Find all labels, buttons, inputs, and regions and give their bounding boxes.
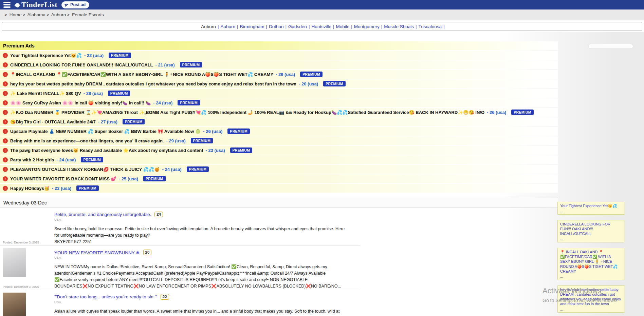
listing-left-column: Posted: December 3, 2025	[3, 210, 54, 245]
listing-title-link[interactable]: YOUR NEW FAVORITE SNOWBUNNY ❄	[54, 250, 140, 255]
sidebar-ad-box[interactable]: CINDERELLA LOOKING FOR FUN!!! OAKLAND!!!…	[557, 220, 624, 242]
premium-ad-meta: - 29 (usa)	[276, 72, 295, 77]
premium-ad-title[interactable]: Upscale Playmate 👗 NEW NUMBER 💦 Super So…	[10, 129, 201, 134]
up-arrow-icon: ↑	[3, 167, 8, 172]
city-item: Auburn |	[199, 24, 219, 29]
sidebar-ad-title: CINDERELLA LOOKING FOR FUN!!! OAKLAND!!!…	[560, 222, 622, 236]
listing-description: NEW IN TOWNMy name is Dallas !Seductive,…	[54, 264, 346, 289]
premium-ad-row[interactable]: ↑ 😘Big Tits Girl - OUTCALL Available 24/…	[0, 117, 558, 126]
site-logo[interactable]: TinderList	[15, 0, 57, 9]
sidebar-ad-box[interactable]: hey its your best wettes petite baby DRE…	[557, 285, 624, 313]
up-arrow-icon: ↑	[3, 148, 8, 153]
premium-ad-row[interactable]: ↑ CINDERELLA LOOKING FOR FUN!!! OAKLAND!…	[0, 60, 558, 69]
up-arrow-icon: ↑	[3, 110, 8, 115]
premium-ad-meta: - 22 (usa)	[84, 53, 104, 58]
premium-badge: PREMIUM	[191, 138, 213, 143]
city-link[interactable]: Birmingham	[240, 24, 264, 29]
premium-ad-row[interactable]: ↑ Your Tightest Experience Yet😼💦 - 22 (u…	[0, 51, 558, 60]
premium-ad-title[interactable]: 📍INCALL OAKLAND 📍✅FACETIME/CAR✅WITH A SE…	[10, 72, 273, 77]
age-badge: 20	[143, 250, 152, 255]
premium-ad-row[interactable]: ↑ 📍INCALL OAKLAND 📍✅FACETIME/CAR✅WITH A …	[0, 70, 558, 79]
premium-ad-title[interactable]: PLEASANTON OUTCALLS !! SEXY KOREAN💋 THIC…	[10, 167, 160, 172]
premium-ad-row[interactable]: ↑ Upscale Playmate 👗 NEW NUMBER 💦 Super …	[0, 127, 558, 136]
premium-badge: PREMIUM	[108, 91, 130, 96]
premium-ad-row[interactable]: ↑ 🌸🌸 Sexy CuRvy Asian 🌸🌸 in call 🍑 visit…	[0, 98, 558, 107]
city-link[interactable]: Montgomery	[354, 24, 380, 29]
premium-ad-row[interactable]: ↑ The pawg that everyone loves😼 Ready an…	[0, 146, 558, 155]
up-arrow-icon: ↑	[3, 100, 8, 105]
city-link[interactable]: Mobile	[336, 24, 349, 29]
premium-ad-title[interactable]: The pawg that everyone loves😼 Ready and …	[10, 148, 203, 153]
premium-ad-meta: - 23 (usa)	[52, 186, 71, 191]
up-arrow-icon: ↑	[3, 72, 8, 77]
premium-ad-row[interactable]: ↑ ✨ Lake Merritt INCALL✨ $80 QV - 28 (us…	[0, 89, 558, 98]
listing-description: Asian allure with curves that speak loud…	[54, 308, 346, 316]
site-logo-text: TinderList	[21, 0, 57, 9]
city-link[interactable]: Tuscaloosa	[419, 24, 442, 29]
breadcrumb-link[interactable]: Auburn	[51, 12, 66, 17]
sidebar-ad-box[interactable]: Your Tightest Experience Yet😼💦 ...	[557, 202, 624, 215]
premium-ad-row[interactable]: ↑ YOUR WINTER FAVORITE IS BACK DONT MISS…	[0, 174, 558, 183]
breadcrumb-link[interactable]: Female Escorts	[72, 12, 104, 17]
premium-rows: ↑ Your Tightest Experience Yet😼💦 - 22 (u…	[0, 51, 558, 193]
hamburger-menu-icon[interactable]	[3, 1, 11, 8]
premium-ad-row[interactable]: ↑ Happy HOlidays🥳 - 23 (usa) PREMIUM	[0, 184, 558, 193]
up-arrow-icon: ↑	[3, 91, 8, 96]
city-link[interactable]: Auburn	[220, 24, 235, 29]
posted-label: Posted: December 3, 2025	[3, 285, 54, 289]
premium-badge: PREMIUM	[323, 81, 346, 86]
premium-ad-meta: - 24 (usa)	[153, 100, 172, 105]
city-link[interactable]: Dothan	[269, 24, 284, 29]
listing-photo[interactable]	[3, 293, 26, 316]
listing-title-link[interactable]: "'Don't stare too long... unless you're …	[54, 294, 157, 299]
premium-ad-title[interactable]: Being with me is an experience—one that …	[10, 138, 164, 143]
listing-row: Posted: December 3, 2025 Petite, brunett…	[0, 208, 360, 246]
premium-badge: PREMIUM	[76, 185, 99, 191]
city-item: Dothan |	[267, 24, 287, 29]
listing-body: "'Don't stare too long... unless you're …	[54, 293, 360, 316]
breadcrumb-link[interactable]: Alabama	[27, 12, 45, 17]
premium-ad-meta: - 24 (usa)	[162, 167, 181, 172]
listing-title-link[interactable]: Petite, brunette, and dangerously unforg…	[54, 212, 151, 217]
city-item: Gadsden |	[287, 24, 310, 29]
premium-badge: PREMIUM	[81, 157, 103, 162]
age-badge: 24	[154, 212, 163, 217]
premium-ad-title[interactable]: YOUR WINTER FAVORITE IS BACK DONT MISS 💕	[10, 176, 116, 181]
up-arrow-icon: ↑	[3, 138, 8, 143]
sidebar: Your Tightest Experience Yet😼💦 ... CINDE…	[557, 202, 624, 316]
premium-badge: PREMIUM	[300, 72, 323, 77]
up-arrow-icon: ↑	[3, 129, 8, 134]
premium-ad-row[interactable]: ↑ PLEASANTON OUTCALLS !! SEXY KOREAN💋 TH…	[0, 165, 558, 174]
premium-ad-row[interactable]: ↑ Party with 2 Hot girls - 24 (usa) PREM…	[0, 155, 558, 164]
post-ad-button[interactable]: Post ad	[61, 1, 89, 8]
premium-ad-title[interactable]: 😘Big Tits Girl - OUTCALL Available 24/7	[10, 119, 96, 124]
premium-ad-title[interactable]: ✨ Lake Merritt INCALL✨ $80 QV	[10, 91, 81, 96]
premium-ad-meta: - 24 (usa)	[56, 157, 76, 162]
premium-ad-row[interactable]: ↑ hey its your best wettes petite baby D…	[0, 79, 558, 88]
city-link[interactable]: Auburn	[201, 24, 216, 29]
post-ad-label: Post ad	[70, 2, 86, 7]
city-link[interactable]: Huntsville	[311, 24, 331, 29]
breadcrumb-item: > Auburn	[45, 12, 66, 17]
premium-badge: PREMIUM	[180, 62, 202, 67]
listing-contact: SKYE702-577-2251	[54, 239, 360, 245]
breadcrumb-link[interactable]: Home	[10, 12, 22, 17]
sidebar-ad-box[interactable]: 📍 INCALL OAKLAND 📍 ✅FACETIME/CAR✅ WITH A…	[557, 248, 624, 280]
breadcrumb-separator: >	[23, 12, 25, 17]
sidebar-ad-more: ...	[560, 209, 622, 213]
premium-ad-title[interactable]: ✨K.O Daa NUMBER 🥇 PROVIDER ⌛✨💘AMAZING Th…	[10, 110, 484, 115]
premium-ad-title[interactable]: Happy HOlidays🥳	[10, 186, 50, 191]
premium-ad-meta: - 26 (usa)	[203, 129, 222, 134]
premium-ad-title[interactable]: CINDERELLA LOOKING FOR FUN!!! OAKLAND!!!…	[10, 62, 153, 67]
premium-ad-title[interactable]: Party with 2 Hot girls	[10, 157, 54, 162]
listing-photo[interactable]	[3, 210, 26, 239]
premium-ad-title[interactable]: hey its your best wettes petite baby DRE…	[10, 81, 296, 86]
premium-ad-row[interactable]: ↑ Being with me is an experience—one tha…	[0, 136, 558, 145]
listing-photo[interactable]	[3, 248, 26, 277]
sidebar-ad-more: ...	[560, 274, 622, 279]
premium-ad-title[interactable]: 🌸🌸 Sexy CuRvy Asian 🌸🌸 in call 🍑 visitin…	[10, 100, 151, 105]
city-link[interactable]: Gadsden	[288, 24, 307, 29]
city-link[interactable]: Muscle Shoals	[384, 24, 414, 29]
premium-ad-row[interactable]: ↑ ✨K.O Daa NUMBER 🥇 PROVIDER ⌛✨💘AMAZING …	[0, 108, 558, 117]
premium-ad-title[interactable]: Your Tightest Experience Yet😼💦	[10, 53, 82, 58]
